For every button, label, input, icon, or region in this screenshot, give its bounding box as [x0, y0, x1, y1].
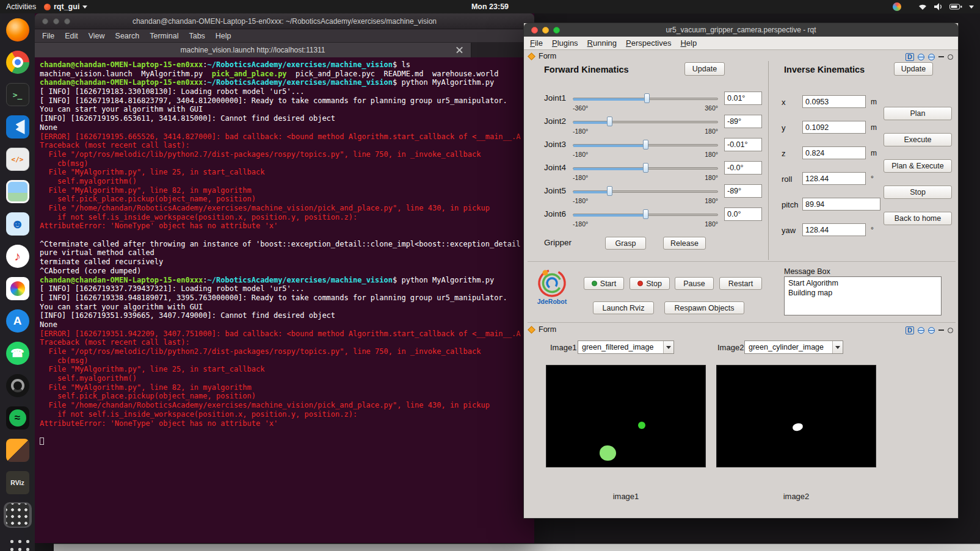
- slider-handle[interactable]: [607, 186, 612, 196]
- grasp-button[interactable]: Grasp: [605, 237, 646, 250]
- maximize-button[interactable]: [553, 27, 560, 34]
- tab-close-icon[interactable]: [456, 46, 463, 54]
- close-dock-button[interactable]: [948, 54, 953, 60]
- ik-z-field[interactable]: 0.824: [802, 146, 866, 159]
- network-icon[interactable]: [918, 3, 927, 10]
- white-blob: [792, 423, 804, 432]
- image2-topic-select[interactable]: green_cylinder_image: [744, 340, 843, 354]
- rqt-titlebar[interactable]: ur5_vacuum_gripper_camera.perspective - …: [524, 23, 958, 37]
- code-editor-icon-launcher[interactable]: </>: [4, 146, 32, 172]
- clock[interactable]: Mon 23:59: [471, 2, 509, 11]
- fk-joint-value-field[interactable]: -0.0°: [724, 161, 762, 175]
- rqt-menu-perspectives[interactable]: Perspectives: [626, 38, 671, 48]
- close-button[interactable]: [531, 27, 538, 34]
- chat-app-icon-launcher[interactable]: ☻: [4, 211, 32, 237]
- fk-joint-slider[interactable]: [573, 116, 718, 127]
- dropdown-button[interactable]: [663, 341, 673, 353]
- stop-button[interactable]: Stop: [884, 185, 952, 199]
- terminal-menu-edit[interactable]: Edit: [65, 32, 78, 40]
- terminal-text: Traceback (most recent call last):: [40, 338, 190, 347]
- terminal-menu-file[interactable]: File: [42, 32, 54, 40]
- ik-update-button[interactable]: Update: [894, 62, 933, 76]
- fk-joint-slider[interactable]: [573, 185, 718, 196]
- terminal-menu-search[interactable]: Search: [115, 32, 140, 40]
- image-viewer-icon-launcher[interactable]: [4, 179, 32, 204]
- launch-rviz-button[interactable]: Launch Rviz: [593, 301, 654, 314]
- image1-topic-select[interactable]: green_filtered_image: [578, 340, 674, 354]
- close-dock-button[interactable]: [948, 328, 953, 333]
- terminal-output[interactable]: chandan@chandan-OMEN-Laptop-15-en0xxx:~/…: [35, 57, 534, 540]
- slider-handle[interactable]: [643, 140, 648, 149]
- rqt-menu-help[interactable]: Help: [680, 38, 697, 48]
- ring-app-icon-launcher[interactable]: [4, 373, 32, 398]
- ik-pitch-field[interactable]: 89.94: [802, 198, 880, 211]
- fk-update-button[interactable]: Update: [684, 62, 725, 76]
- battery-icon[interactable]: [949, 4, 962, 10]
- undock-button[interactable]: [938, 330, 944, 331]
- respawn-objects-button[interactable]: Respawn Objects: [664, 301, 744, 314]
- fk-joint-value-field[interactable]: -89°: [724, 115, 762, 128]
- form1-dock-title: Form: [539, 52, 556, 60]
- dropdown-button[interactable]: [832, 341, 843, 353]
- photos-app-icon-launcher[interactable]: [4, 276, 32, 301]
- ik-x-field[interactable]: 0.0953: [802, 95, 866, 108]
- restart-button[interactable]: Restart: [719, 277, 762, 290]
- terminal-menu-view[interactable]: View: [89, 32, 105, 40]
- system-menu-chevron-icon[interactable]: [969, 5, 974, 9]
- activities-button[interactable]: Activities: [6, 2, 36, 11]
- terminal-menu-terminal[interactable]: Terminal: [150, 32, 178, 40]
- terminal-menu-tabs[interactable]: Tabs: [189, 32, 205, 40]
- message-box[interactable]: Start AlgorithmBuilding map: [784, 276, 942, 315]
- fk-joint-value-field[interactable]: 0.0°: [724, 207, 762, 221]
- volume-icon[interactable]: [934, 3, 943, 10]
- undock-button[interactable]: [938, 56, 944, 57]
- fk-joint-slider[interactable]: [573, 139, 718, 150]
- music-app-icon-launcher[interactable]: ♪: [4, 243, 32, 269]
- execute-button[interactable]: Execute: [884, 133, 952, 146]
- back-to-home-button[interactable]: Back to home: [884, 212, 952, 225]
- plan-button[interactable]: Plan: [884, 107, 952, 120]
- pause-button[interactable]: Pause: [675, 277, 714, 290]
- terminal-icon-launcher[interactable]: >_: [4, 82, 32, 107]
- app-store-icon-launcher[interactable]: A: [4, 308, 32, 334]
- rqt-menu-plugins[interactable]: Plugins: [552, 38, 578, 48]
- ik-roll-field[interactable]: 128.44: [802, 172, 866, 185]
- fk-joint-slider[interactable]: [573, 209, 718, 220]
- spotify-icon-launcher[interactable]: ≈: [4, 405, 32, 431]
- tray-app-icon[interactable]: [893, 2, 901, 11]
- fk-joint-value-field[interactable]: -0.01°: [724, 138, 762, 151]
- box-app-icon-launcher[interactable]: [4, 438, 32, 463]
- fk-joint-slider[interactable]: [573, 162, 718, 173]
- stop-button[interactable]: Stop: [630, 277, 670, 290]
- slider-handle[interactable]: [644, 93, 650, 103]
- rviz-icon-launcher[interactable]: RViz: [4, 470, 32, 495]
- terminal-menu-help[interactable]: Help: [216, 32, 231, 40]
- maximize-button[interactable]: [64, 18, 70, 24]
- firefox-icon-launcher[interactable]: [4, 17, 32, 43]
- close-button[interactable]: [42, 18, 48, 24]
- terminal-titlebar[interactable]: chandan@chandan-OMEN-Laptop-15-en0xxx: ~…: [35, 13, 534, 29]
- chrome-icon-launcher[interactable]: [4, 49, 32, 75]
- show-applications-icon-launcher[interactable]: [4, 535, 32, 551]
- ik-y-field[interactable]: 0.1092: [802, 121, 866, 134]
- release-button[interactable]: Release: [663, 237, 706, 250]
- slider-handle[interactable]: [643, 209, 648, 219]
- minimize-button[interactable]: [542, 27, 549, 34]
- fk-joint-value-field[interactable]: 0.01°: [724, 92, 762, 105]
- vscode-icon-launcher[interactable]: [4, 114, 32, 140]
- app-grid-icon-launcher[interactable]: [4, 502, 32, 528]
- fk-joint-value-field[interactable]: -89°: [724, 184, 762, 198]
- minimize-button[interactable]: [53, 18, 59, 24]
- app-menu-button[interactable]: rqt_gui: [44, 2, 87, 11]
- plan-execute-button[interactable]: Plan & Execute: [884, 159, 952, 173]
- slider-handle[interactable]: [607, 117, 612, 126]
- terminal-tab[interactable]: machine_vision.launch http://localhost:1…: [35, 43, 471, 57]
- whatsapp-icon-launcher[interactable]: ☎: [4, 340, 32, 366]
- slider-handle[interactable]: [643, 163, 648, 173]
- rqt-menu-file[interactable]: File: [530, 38, 543, 48]
- rqt-menu-running[interactable]: Running: [587, 38, 617, 48]
- ik-yaw-field[interactable]: 128.44: [802, 223, 866, 236]
- fk-joint-slider[interactable]: [573, 93, 718, 104]
- start-button[interactable]: Start: [584, 277, 624, 290]
- terminal-text: [ INFO] [1626719183.330108130]: Loading …: [40, 87, 304, 96]
